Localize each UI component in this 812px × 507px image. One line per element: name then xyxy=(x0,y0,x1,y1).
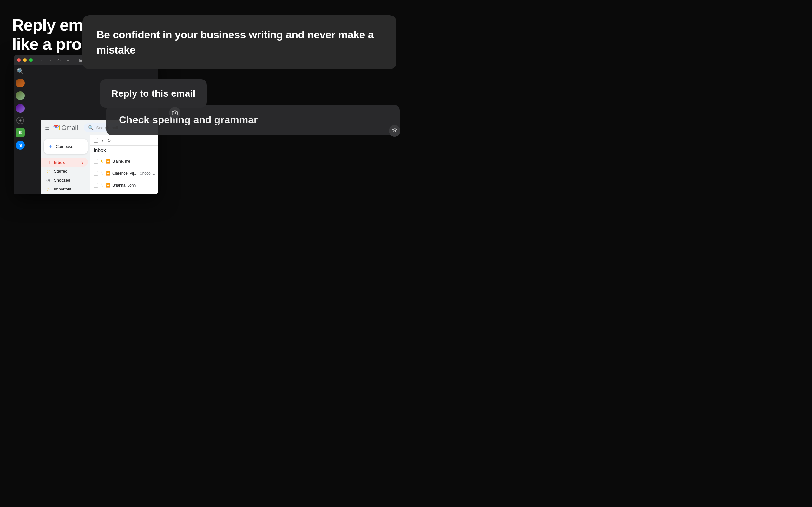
nav-item-snoozed[interactable]: ◷ Snoozed xyxy=(41,176,88,184)
sidebar-avatar-1[interactable] xyxy=(16,78,25,88)
compose-label: Compose xyxy=(56,144,73,149)
reply-bubble: Reply to this email xyxy=(100,79,207,108)
nav-item-inbox[interactable]: □ Inbox 3 xyxy=(41,158,88,167)
search-icon: 🔍 xyxy=(88,125,94,130)
browser-nav: ‹ › ↻ + xyxy=(38,57,71,64)
svg-point-1 xyxy=(394,130,396,132)
gmail-logo: Gmail xyxy=(53,124,78,131)
email-date: Nov 11 xyxy=(158,171,158,175)
gmail-body: + Compose □ Inbox 3 ☆ Starred ◷ Snoozed xyxy=(41,135,158,194)
tagline-bubble: Be confident in your business writing an… xyxy=(83,15,397,69)
compose-button[interactable]: + Compose xyxy=(44,139,88,154)
camera-svg-1 xyxy=(172,110,177,116)
inbox-icon: □ xyxy=(46,160,51,165)
camera-icon-2 xyxy=(389,125,400,136)
email-list: ▾ ↻ ⋮ Inbox ★ ⏩ Blaine, me ☆ ⏩ xyxy=(90,135,158,194)
nav-refresh-button[interactable]: ↻ xyxy=(55,57,62,64)
sidebar-avatar-3[interactable] xyxy=(16,104,25,113)
email-list-toolbar: ▾ ↻ ⋮ xyxy=(90,135,158,146)
email-row[interactable]: ★ ⏩ Xander Williams xyxy=(90,191,158,194)
email-row[interactable]: ☆ ⏩ Brianna, John xyxy=(90,179,158,191)
select-all-checkbox[interactable] xyxy=(94,138,98,143)
starred-icon: ☆ xyxy=(46,169,51,174)
email-sender: Brianna, John xyxy=(112,183,138,187)
star-icon[interactable]: ☆ xyxy=(100,183,104,187)
sidebar-avatar-2[interactable] xyxy=(16,91,25,100)
snooze-icon: ⏩ xyxy=(106,171,110,176)
email-checkbox[interactable] xyxy=(94,171,98,176)
important-label: Important xyxy=(54,187,71,191)
inbox-label: Inbox xyxy=(54,160,65,165)
camera-svg-2 xyxy=(392,128,397,134)
nav-new-tab-button[interactable]: + xyxy=(64,57,71,64)
email-preview: Chocolate Factor... xyxy=(140,171,156,176)
tagline-text: Be confident in your business writing an… xyxy=(96,27,383,57)
reply-bubble-text: Reply to this email xyxy=(111,88,195,99)
gmail-nav: + Compose □ Inbox 3 ☆ Starred ◷ Snoozed xyxy=(41,135,90,194)
sidebar-search-icon[interactable]: 🔍 xyxy=(17,68,24,75)
messenger-icon[interactable]: m xyxy=(16,141,25,150)
gmail-app-label: Gmail xyxy=(61,124,78,131)
nav-back-button[interactable]: ‹ xyxy=(38,57,45,64)
star-icon[interactable]: ★ xyxy=(100,159,104,164)
traffic-light-yellow[interactable] xyxy=(23,58,27,62)
starred-label: Starred xyxy=(54,169,67,174)
refresh-button[interactable]: ↻ xyxy=(107,138,111,143)
grammar-bubble: Check spelling and grammar xyxy=(106,105,400,135)
sidebar-add-button[interactable]: + xyxy=(16,117,24,124)
email-row[interactable]: ★ ⏩ Blaine, me xyxy=(90,155,158,167)
hero-title-line2: like a pro xyxy=(12,35,81,53)
inbox-badge: 3 xyxy=(81,160,84,164)
select-dropdown-chevron[interactable]: ▾ xyxy=(102,139,103,142)
nav-item-important[interactable]: ▷ Important xyxy=(41,184,88,193)
gmail-m-logo-icon xyxy=(53,125,60,130)
evernote-icon[interactable]: E xyxy=(16,128,25,137)
compose-plus-icon: + xyxy=(49,143,53,150)
email-checkbox[interactable] xyxy=(94,183,98,187)
grammar-bubble-text: Check spelling and grammar xyxy=(119,114,387,126)
snoozed-icon: ◷ xyxy=(46,177,51,182)
nav-forward-button[interactable]: › xyxy=(47,57,54,64)
email-checkbox[interactable] xyxy=(94,159,98,164)
app-sidebar: 🔍 + E m xyxy=(14,65,27,194)
email-row[interactable]: ☆ ⏩ Clarence, Vijay 13 Chocolate Factor.… xyxy=(90,167,158,179)
traffic-light-red[interactable] xyxy=(17,58,20,62)
camera-icon-1 xyxy=(169,107,181,118)
more-options-button[interactable]: ⋮ xyxy=(115,138,119,143)
traffic-light-green[interactable] xyxy=(29,58,33,62)
gmail-menu-icon[interactable]: ☰ xyxy=(45,125,49,131)
email-sender: Clarence, Vijay 13 xyxy=(112,171,138,176)
email-sender: Blaine, me xyxy=(112,159,138,164)
snooze-icon: ⏩ xyxy=(106,159,110,164)
snoozed-label: Snoozed xyxy=(54,178,70,182)
nav-item-sent[interactable]: ▶ Sent xyxy=(41,193,88,194)
snooze-icon: ⏩ xyxy=(106,183,110,187)
inbox-section-label: Inbox xyxy=(90,146,158,155)
important-icon: ▷ xyxy=(46,186,51,191)
nav-item-starred[interactable]: ☆ Starred xyxy=(41,167,88,176)
star-icon[interactable]: ☆ xyxy=(100,171,104,176)
svg-point-0 xyxy=(174,112,176,114)
